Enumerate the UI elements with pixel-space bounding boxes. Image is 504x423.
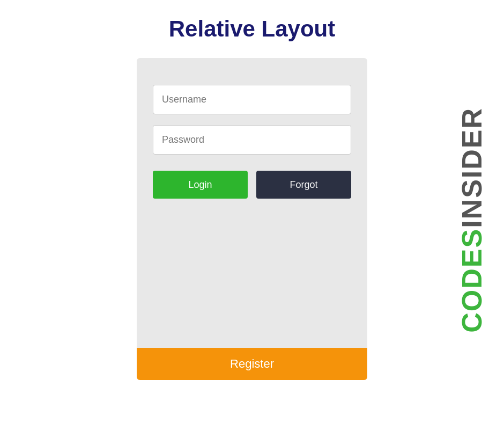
brand-insider-text: INSIDER [456,107,488,228]
username-input[interactable] [153,85,351,114]
login-card: Login Forgot Register [137,58,367,380]
main-container: Relative Layout Login Forgot Register [0,0,504,380]
register-button[interactable]: Register [137,348,367,380]
login-button[interactable]: Login [153,171,248,199]
brand-watermark: CODESINSIDER [456,107,488,333]
action-buttons-row: Login Forgot [153,171,351,199]
forgot-button[interactable]: Forgot [256,171,351,199]
page-title: Relative Layout [169,16,335,42]
password-input[interactable] [153,125,351,155]
brand-codes-text: CODES [456,228,488,333]
